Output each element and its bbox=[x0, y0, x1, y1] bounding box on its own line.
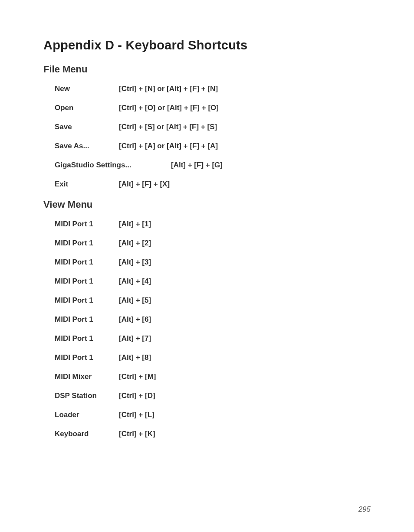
shortcut-row: MIDI Port 1 [Alt] + [1] bbox=[43, 220, 371, 228]
shortcut-row: MIDI Port 1 [Alt] + [5] bbox=[43, 296, 371, 305]
shortcut-value: [Ctrl] + [M] bbox=[119, 372, 371, 381]
shortcut-value: [Alt] + [7] bbox=[119, 334, 371, 343]
page-number: 295 bbox=[358, 505, 371, 514]
shortcut-label: MIDI Port 1 bbox=[55, 239, 119, 248]
shortcut-value: [Alt] + [5] bbox=[119, 296, 371, 305]
shortcut-row: MIDI Port 1 [Alt] + [6] bbox=[43, 315, 371, 324]
shortcut-label: Save bbox=[55, 123, 119, 131]
shortcut-value: [Alt] + [2] bbox=[119, 239, 371, 248]
shortcut-row: Save [Ctrl] + [S] or [Alt] + [F] + [S] bbox=[43, 123, 371, 131]
shortcut-value: [Alt] + [6] bbox=[119, 315, 371, 324]
shortcut-row: MIDI Port 1 [Alt] + [7] bbox=[43, 334, 371, 343]
shortcut-value: [Ctrl] + [L] bbox=[119, 411, 371, 419]
shortcut-label: MIDI Port 1 bbox=[55, 296, 119, 305]
shortcut-label: Keyboard bbox=[55, 430, 119, 438]
shortcut-row: MIDI Port 1 [Alt] + [4] bbox=[43, 277, 371, 286]
shortcut-row: GigaStudio Settings... [Alt] + [F] + [G] bbox=[43, 161, 371, 170]
shortcut-label: New bbox=[55, 85, 119, 93]
shortcut-row: Open [Ctrl] + [O] or [Alt] + [F] + [O] bbox=[43, 104, 371, 112]
shortcut-row: Exit [Alt] + [F] + [X] bbox=[43, 180, 371, 189]
shortcut-value: [Alt] + [1] bbox=[119, 220, 371, 228]
shortcut-value: [Alt] + [4] bbox=[119, 277, 371, 286]
shortcut-row: DSP Station [Ctrl] + [D] bbox=[43, 392, 371, 400]
shortcut-value: [Ctrl] + [N] or [Alt] + [F] + [N] bbox=[119, 85, 371, 93]
shortcut-row: New [Ctrl] + [N] or [Alt] + [F] + [N] bbox=[43, 85, 371, 93]
shortcut-label: Save As... bbox=[55, 142, 119, 150]
shortcut-label: MIDI Mixer bbox=[55, 372, 119, 381]
shortcut-label: Exit bbox=[55, 180, 119, 189]
shortcut-row: MIDI Mixer [Ctrl] + [M] bbox=[43, 372, 371, 381]
shortcut-label: MIDI Port 1 bbox=[55, 277, 119, 286]
shortcut-value: [Alt] + [F] + [G] bbox=[171, 161, 371, 170]
shortcut-value: [Alt] + [8] bbox=[119, 353, 371, 362]
section-file-menu: File Menu New [Ctrl] + [N] or [Alt] + [F… bbox=[43, 64, 371, 189]
shortcut-label: GigaStudio Settings... bbox=[55, 161, 171, 170]
shortcut-row: MIDI Port 1 [Alt] + [2] bbox=[43, 239, 371, 248]
section-view-menu: View Menu MIDI Port 1 [Alt] + [1] MIDI P… bbox=[43, 199, 371, 438]
shortcut-value: [Ctrl] + [O] or [Alt] + [F] + [O] bbox=[119, 104, 371, 112]
shortcut-label: MIDI Port 1 bbox=[55, 220, 119, 228]
shortcut-row: MIDI Port 1 [Alt] + [8] bbox=[43, 353, 371, 362]
shortcut-label: Open bbox=[55, 104, 119, 112]
page-title: Appendix D - Keyboard Shortcuts bbox=[43, 38, 371, 52]
shortcut-label: MIDI Port 1 bbox=[55, 315, 119, 324]
shortcut-label: MIDI Port 1 bbox=[55, 353, 119, 362]
shortcut-row: Save As... [Ctrl] + [A] or [Alt] + [F] +… bbox=[43, 142, 371, 150]
shortcut-value: [Ctrl] + [S] or [Alt] + [F] + [S] bbox=[119, 123, 371, 131]
shortcut-value: [Ctrl] + [A] or [Alt] + [F] + [A] bbox=[119, 142, 371, 150]
shortcut-label: DSP Station bbox=[55, 392, 119, 400]
shortcut-label: MIDI Port 1 bbox=[55, 334, 119, 343]
shortcut-value: [Alt] + [F] + [X] bbox=[119, 180, 371, 189]
shortcut-value: [Ctrl] + [K] bbox=[119, 430, 371, 438]
shortcut-value: [Alt] + [3] bbox=[119, 258, 371, 267]
shortcut-label: Loader bbox=[55, 411, 119, 419]
section-heading: View Menu bbox=[43, 199, 371, 210]
shortcut-row: Loader [Ctrl] + [L] bbox=[43, 411, 371, 419]
section-heading: File Menu bbox=[43, 64, 371, 75]
shortcut-label: MIDI Port 1 bbox=[55, 258, 119, 267]
document-page: Appendix D - Keyboard Shortcuts File Men… bbox=[0, 0, 414, 532]
shortcut-row: MIDI Port 1 [Alt] + [3] bbox=[43, 258, 371, 267]
shortcut-row: Keyboard [Ctrl] + [K] bbox=[43, 430, 371, 438]
shortcut-value: [Ctrl] + [D] bbox=[119, 392, 371, 400]
